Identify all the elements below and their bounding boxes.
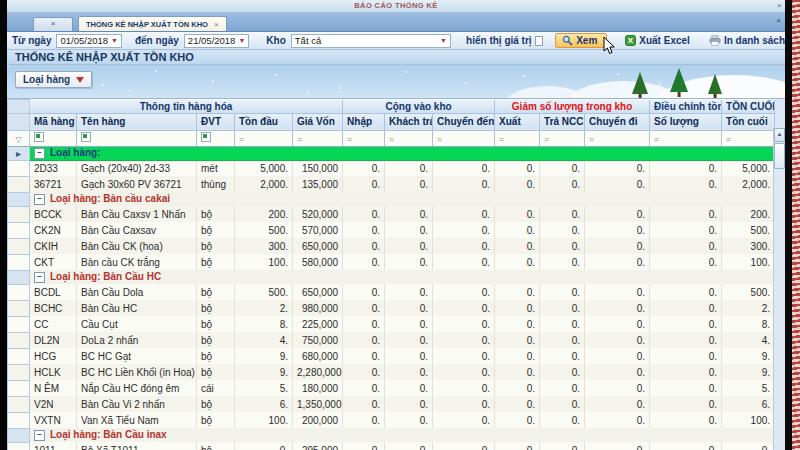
filter-cell-2[interactable] — [197, 130, 235, 146]
column-header-6[interactable]: Khách trả — [385, 113, 433, 130]
cell-0[interactable]: CKIH — [30, 238, 77, 254]
filter-icon[interactable] — [201, 132, 211, 142]
filter-cell-3[interactable]: = — [235, 130, 293, 146]
collapse-icon[interactable]: − — [34, 148, 45, 159]
cell-1[interactable]: DoLa 2 nhấn — [77, 332, 197, 348]
cell-1[interactable]: Bàn Cầu Dola — [77, 284, 197, 300]
cell-12[interactable]: 8. — [722, 316, 775, 332]
cell-9[interactable]: 0. — [540, 364, 585, 380]
scrollbar-thumb[interactable] — [774, 143, 785, 169]
cell-11[interactable]: 0. — [650, 160, 722, 176]
dropdown-arrow-icon[interactable]: ▼ — [111, 37, 118, 44]
export-excel-button[interactable]: X Xuất Excel — [625, 35, 690, 46]
cell-10[interactable]: 0. — [585, 160, 650, 176]
column-header-1[interactable]: Tên hàng — [77, 113, 197, 130]
cell-6[interactable]: 0. — [385, 332, 433, 348]
cell-0[interactable]: 1011 — [30, 442, 77, 450]
cell-7[interactable]: 0. — [433, 412, 495, 428]
cell-11[interactable]: 0. — [650, 222, 722, 238]
column-header-9[interactable]: Trả NCC — [540, 113, 585, 130]
cell-1[interactable]: BC HC Liền Khối (in Hoa) — [77, 364, 197, 380]
cell-9[interactable]: 0. — [540, 160, 585, 176]
cell-9[interactable]: 0. — [540, 380, 585, 396]
cell-10[interactable]: 0. — [585, 364, 650, 380]
table-row[interactable]: N ÊMNắp Cầu HC đóng êmcái5.180,0000.0.0.… — [8, 380, 775, 396]
cell-8[interactable]: 0. — [495, 316, 540, 332]
tab-close-icon[interactable]: × — [214, 20, 219, 29]
cell-6[interactable]: 0. — [385, 284, 433, 300]
print-list-button[interactable]: In danh sách — [709, 35, 785, 46]
cell-0[interactable]: 2D33 — [30, 160, 77, 176]
cell-2[interactable]: bộ — [197, 300, 235, 316]
filter-cell-9[interactable]: = — [540, 130, 585, 146]
filter-icon[interactable] — [34, 132, 44, 142]
cell-2[interactable]: bộ — [197, 254, 235, 270]
cell-12[interactable]: 4. — [722, 332, 775, 348]
cell-8[interactable]: 0. — [495, 254, 540, 270]
cell-2[interactable]: bộ — [197, 332, 235, 348]
cell-3[interactable]: 300. — [235, 238, 293, 254]
cell-5[interactable]: 0. — [343, 348, 385, 364]
table-row[interactable]: 1011Bộ Xã T1011bộ0.295,0000.0.0.0.0.0.0.… — [8, 442, 775, 450]
group-label-cell[interactable]: −Loại hàng: Bàn Cầu inax — [30, 428, 775, 442]
cell-3[interactable]: 0. — [235, 442, 293, 450]
cell-4[interactable]: 570,000 — [293, 222, 343, 238]
cell-5[interactable]: 0. — [343, 160, 385, 176]
cell-6[interactable]: 0. — [385, 316, 433, 332]
cell-10[interactable]: 0. — [585, 238, 650, 254]
cell-10[interactable]: 0. — [585, 254, 650, 270]
table-row[interactable]: BCDLBàn Cầu Dolabộ500.650,0000.0.0.0.0.0… — [8, 284, 775, 300]
cell-11[interactable]: 0. — [650, 442, 722, 450]
cell-8[interactable]: 0. — [495, 380, 540, 396]
column-header-10[interactable]: Chuyển đi — [585, 113, 650, 130]
cell-3[interactable]: 500. — [235, 284, 293, 300]
group-label-cell[interactable]: −Loại hàng: Bàn Cầu HC — [30, 270, 775, 284]
table-row[interactable]: VXTNVan Xã Tiểu Nambộ100.200,0000.0.0.0.… — [8, 412, 775, 428]
cell-6[interactable]: 0. — [385, 160, 433, 176]
cell-10[interactable]: 0. — [585, 348, 650, 364]
column-header-4[interactable]: Giá Vốn — [293, 113, 343, 130]
cell-11[interactable]: 0. — [650, 300, 722, 316]
cell-3[interactable]: 5. — [235, 380, 293, 396]
cell-7[interactable]: 0. — [433, 380, 495, 396]
scroll-up-icon[interactable]: ▲ — [774, 128, 785, 142]
cell-3[interactable]: 2. — [235, 300, 293, 316]
cell-3[interactable]: 6. — [235, 396, 293, 412]
cell-1[interactable]: Van Xã Tiểu Nam — [77, 412, 197, 428]
cell-12[interactable]: 300. — [722, 238, 775, 254]
cell-8[interactable]: 0. — [495, 206, 540, 222]
tab-empty[interactable]: × — [33, 17, 73, 31]
cell-2[interactable]: bộ — [197, 364, 235, 380]
cell-12[interactable]: 500. — [722, 284, 775, 300]
cell-7[interactable]: 0. — [433, 442, 495, 450]
cell-2[interactable]: bộ — [197, 348, 235, 364]
cell-4[interactable]: 180,000 — [293, 380, 343, 396]
warehouse-select[interactable]: Tất cả▼ — [291, 34, 451, 48]
cell-8[interactable]: 0. — [495, 238, 540, 254]
cell-7[interactable]: 0. — [433, 348, 495, 364]
cell-8[interactable]: 0. — [495, 222, 540, 238]
cell-7[interactable]: 0. — [433, 300, 495, 316]
cell-8[interactable]: 0. — [495, 348, 540, 364]
cell-1[interactable]: Gạch (20x40) 2d-33 — [77, 160, 197, 176]
cell-2[interactable]: bộ — [197, 238, 235, 254]
window-close-icon[interactable]: × — [777, 0, 782, 12]
table-row[interactable]: 36721Gạch 30x60 PV 36721thùng2,000.135,0… — [8, 176, 775, 192]
cell-5[interactable]: 0. — [343, 176, 385, 192]
cell-10[interactable]: 0. — [585, 222, 650, 238]
cell-3[interactable]: 100. — [235, 412, 293, 428]
cell-6[interactable]: 0. — [385, 254, 433, 270]
cell-10[interactable]: 0. — [585, 316, 650, 332]
cell-9[interactable]: 0. — [540, 238, 585, 254]
cell-0[interactable]: VXTN — [30, 412, 77, 428]
cell-4[interactable]: 200,000 — [293, 412, 343, 428]
cell-0[interactable]: CC — [30, 316, 77, 332]
table-row[interactable]: BCCKBàn Cầu Caxsv 1 Nhấnbộ200.520,0000.0… — [8, 206, 775, 222]
cell-8[interactable]: 0. — [495, 364, 540, 380]
cell-1[interactable]: BC HC Gạt — [77, 348, 197, 364]
cell-8[interactable]: 0. — [495, 412, 540, 428]
cell-12[interactable]: 9. — [722, 348, 775, 364]
cell-4[interactable]: 580,000 — [293, 254, 343, 270]
column-header-0[interactable]: Mã hàng — [30, 113, 77, 130]
cell-12[interactable]: 6. — [722, 396, 775, 412]
